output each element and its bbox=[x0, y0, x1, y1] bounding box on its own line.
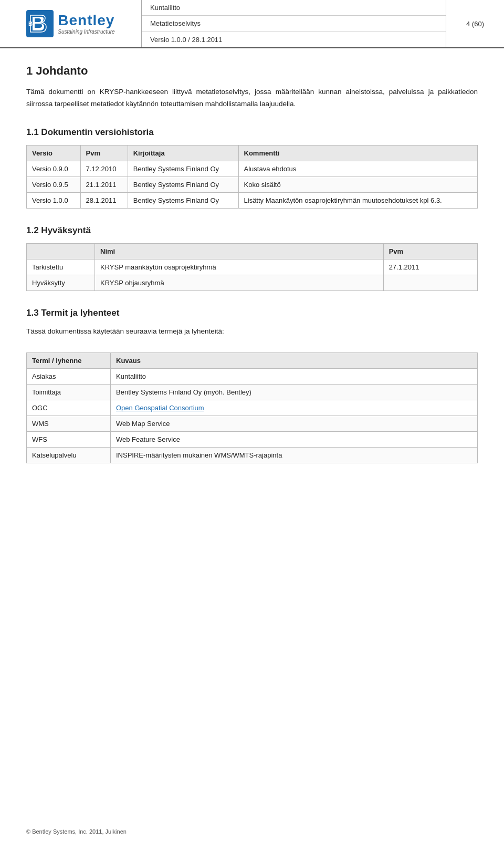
table-row: Versio 0.9.5 21.1.2011 Bentley Systems F… bbox=[27, 176, 478, 192]
cell-termi: Asiakas bbox=[27, 368, 111, 384]
header-page-number: 4 (60) bbox=[446, 0, 504, 47]
cell-termi: WFS bbox=[27, 431, 111, 447]
logo-text: Bentley Sustaining Infrastructure bbox=[58, 13, 114, 35]
section1-intro: Tämä dokumentti on KRYSP-hankkeeseen lii… bbox=[26, 86, 478, 110]
table-row: Tarkistettu KRYSP maankäytön osaprojekti… bbox=[27, 259, 478, 275]
cell-kuvaus: Bentley Systems Finland Oy (myöh. Bentle… bbox=[111, 384, 478, 400]
header-meta-row2: Metatietoselvitys bbox=[142, 16, 446, 32]
header-metatietoselvitys: Metatietoselvitys bbox=[150, 19, 201, 27]
cell-kuvaus: Kuntaliitto bbox=[111, 368, 478, 384]
cell-kuvaus: Web Feature Service bbox=[111, 431, 478, 447]
cell-role: Hyväksytty bbox=[27, 275, 95, 290]
cell-role: Tarkistettu bbox=[27, 259, 95, 275]
cell-termi: Katselupalvelu bbox=[27, 447, 111, 463]
th-kuvaus: Kuvaus bbox=[111, 352, 478, 368]
cell-kommentti: Alustava ehdotus bbox=[238, 161, 477, 176]
table-row: Toimittaja Bentley Systems Finland Oy (m… bbox=[27, 384, 478, 400]
cell-termi: OGC bbox=[27, 400, 111, 416]
cell-pvm: 28.1.2011 bbox=[80, 192, 128, 208]
page-number-text: 4 (60) bbox=[466, 20, 484, 28]
logo-company-name: Bentley bbox=[58, 13, 114, 28]
header-meta-section: Kuntaliitto Metatietoselvitys Versio 1.0… bbox=[142, 0, 446, 47]
table-row: OGC Open Geospatial Consortium bbox=[27, 400, 478, 416]
cell-versio: Versio 0.9.0 bbox=[27, 161, 81, 176]
th-kirjoittaja: Kirjoittaja bbox=[128, 145, 238, 161]
th-pvm2: Pvm bbox=[383, 243, 477, 259]
header-kuntaliitto: Kuntaliitto bbox=[150, 4, 180, 12]
section-termit: 1.3 Termit ja lyhenteet Tässä dokumentis… bbox=[26, 308, 478, 463]
th-role bbox=[27, 243, 95, 259]
section1-1-heading: 1.1 Dokumentin versiohistoria bbox=[26, 127, 478, 138]
table-row: WFS Web Feature Service bbox=[27, 431, 478, 447]
cell-kirjoittaja: Bentley Systems Finland Oy bbox=[128, 192, 238, 208]
header-meta-row3: Versio 1.0.0 / 28.1.2011 bbox=[142, 32, 446, 47]
th-versio: Versio bbox=[27, 145, 81, 161]
cell-pvm: 21.1.2011 bbox=[80, 176, 128, 192]
page-footer: © Bentley Systems, Inc. 2011, Julkinen bbox=[26, 828, 127, 835]
footer-text: © Bentley Systems, Inc. 2011, Julkinen bbox=[26, 828, 127, 835]
table-row: Hyväksytty KRYSP ohjausryhmä bbox=[27, 275, 478, 290]
logo-box: BSI Bentley Sustaining Infrastructure bbox=[26, 10, 114, 37]
cell-kommentti: Lisätty Maankäytön osaprojektiryhmän muu… bbox=[238, 192, 477, 208]
cell-versio: Versio 0.9.5 bbox=[27, 176, 81, 192]
cell-kirjoittaja: Bentley Systems Finland Oy bbox=[128, 161, 238, 176]
cell-termi: Toimittaja bbox=[27, 384, 111, 400]
cell-nimi: KRYSP ohjausryhmä bbox=[95, 275, 384, 290]
cell-nimi: KRYSP maankäytön osaprojektiryhmä bbox=[95, 259, 384, 275]
th-termi: Termi / lyhenne bbox=[27, 352, 111, 368]
page-wrapper: BSI Bentley Sustaining Infrastructure Ku… bbox=[0, 0, 504, 841]
cell-kuvaus: Open Geospatial Consortium bbox=[111, 400, 478, 416]
th-nimi: Nimi bbox=[95, 243, 384, 259]
section1-heading: 1 Johdanto bbox=[26, 64, 478, 78]
ogc-link[interactable]: Open Geospatial Consortium bbox=[116, 404, 204, 412]
cell-versio: Versio 1.0.0 bbox=[27, 192, 81, 208]
th-pvm: Pvm bbox=[80, 145, 128, 161]
cell-pvm bbox=[383, 275, 477, 290]
table-row: Versio 0.9.0 7.12.2010 Bentley Systems F… bbox=[27, 161, 478, 176]
table-row: WMS Web Map Service bbox=[27, 416, 478, 431]
section-versiohistoria: 1.1 Dokumentin versiohistoria Versio Pvm… bbox=[26, 127, 478, 209]
hyvaksynta-table: Nimi Pvm Tarkistettu KRYSP maankäytön os… bbox=[26, 243, 478, 291]
table-row: Versio 1.0.0 28.1.2011 Bentley Systems F… bbox=[27, 192, 478, 208]
versiohistoria-table: Versio Pvm Kirjoittaja Kommentti Versio … bbox=[26, 145, 478, 209]
cell-termi: WMS bbox=[27, 416, 111, 431]
logo-subtitle: Sustaining Infrastructure bbox=[58, 29, 114, 35]
cell-kuvaus: INSPIRE-määritysten mukainen WMS/WMTS-ra… bbox=[111, 447, 478, 463]
table-row: Asiakas Kuntaliitto bbox=[27, 368, 478, 384]
bentley-logo-icon: BSI bbox=[26, 10, 54, 37]
cell-kirjoittaja: Bentley Systems Finland Oy bbox=[128, 176, 238, 192]
logo-section: BSI Bentley Sustaining Infrastructure bbox=[0, 0, 142, 47]
table-row: Katselupalvelu INSPIRE-määritysten mukai… bbox=[27, 447, 478, 463]
header-meta-row1: Kuntaliitto bbox=[142, 0, 446, 16]
th-kommentti: Kommentti bbox=[238, 145, 477, 161]
cell-kommentti: Koko sisältö bbox=[238, 176, 477, 192]
section-johdanto: 1 Johdanto Tämä dokumentti on KRYSP-hank… bbox=[26, 64, 478, 110]
cell-pvm: 27.1.2011 bbox=[383, 259, 477, 275]
termit-table: Termi / lyhenne Kuvaus Asiakas Kuntaliit… bbox=[26, 352, 478, 463]
section1-3-intro: Tässä dokumentissa käytetään seuraavia t… bbox=[26, 326, 478, 338]
page-header: BSI Bentley Sustaining Infrastructure Ku… bbox=[0, 0, 504, 48]
header-version: Versio 1.0.0 / 28.1.2011 bbox=[150, 36, 222, 44]
section1-3-heading: 1.3 Termit ja lyhenteet bbox=[26, 308, 478, 318]
main-content: 1 Johdanto Tämä dokumentti on KRYSP-hank… bbox=[0, 48, 504, 491]
cell-kuvaus: Web Map Service bbox=[111, 416, 478, 431]
section-hyvaksynta: 1.2 Hyväksyntä Nimi Pvm Tarkistettu KRYS… bbox=[26, 225, 478, 291]
cell-pvm: 7.12.2010 bbox=[80, 161, 128, 176]
section1-2-heading: 1.2 Hyväksyntä bbox=[26, 225, 478, 236]
